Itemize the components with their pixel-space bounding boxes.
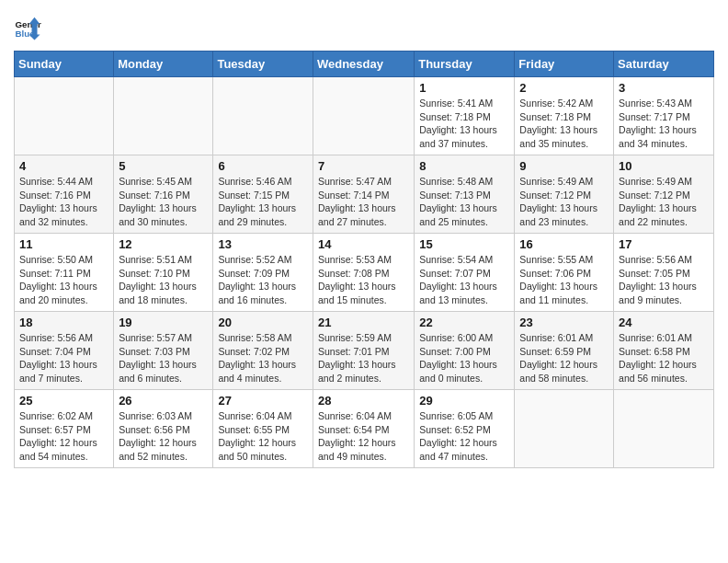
calendar-cell: 5Sunrise: 5:45 AMSunset: 7:16 PMDaylight… xyxy=(114,155,213,234)
day-number: 3 xyxy=(619,81,709,95)
day-number: 2 xyxy=(519,81,609,95)
day-info: Sunrise: 5:46 AMSunset: 7:15 PMDaylight:… xyxy=(218,175,308,229)
day-info: Sunrise: 6:02 AMSunset: 6:57 PMDaylight:… xyxy=(19,409,108,464)
day-info: Sunrise: 5:53 AMSunset: 7:08 PMDaylight:… xyxy=(318,253,409,307)
calendar-cell: 25Sunrise: 6:02 AMSunset: 6:57 PMDayligh… xyxy=(15,390,114,468)
day-number: 19 xyxy=(119,316,208,329)
calendar-cell xyxy=(114,77,213,155)
calendar-cell: 19Sunrise: 5:57 AMSunset: 7:03 PMDayligh… xyxy=(114,312,213,390)
weekday-header-sunday: Sunday xyxy=(15,52,114,77)
calendar-cell: 16Sunrise: 5:55 AMSunset: 7:06 PMDayligh… xyxy=(515,234,614,312)
calendar-cell: 9Sunrise: 5:49 AMSunset: 7:12 PMDaylight… xyxy=(515,155,614,234)
calendar-cell: 21Sunrise: 5:59 AMSunset: 7:01 PMDayligh… xyxy=(313,312,414,390)
day-number: 9 xyxy=(519,159,609,173)
day-info: Sunrise: 5:54 AMSunset: 7:07 PMDaylight:… xyxy=(419,253,509,307)
calendar-cell: 20Sunrise: 5:58 AMSunset: 7:02 PMDayligh… xyxy=(213,312,313,390)
day-number: 16 xyxy=(519,237,609,251)
calendar-cell: 28Sunrise: 6:04 AMSunset: 6:54 PMDayligh… xyxy=(313,390,414,468)
weekday-header-monday: Monday xyxy=(114,52,213,77)
day-number: 28 xyxy=(318,394,409,408)
day-number: 20 xyxy=(218,316,308,329)
calendar-cell: 18Sunrise: 5:56 AMSunset: 7:04 PMDayligh… xyxy=(15,312,114,390)
day-number: 11 xyxy=(19,237,108,251)
calendar-table: SundayMondayTuesdayWednesdayThursdayFrid… xyxy=(14,51,714,468)
day-info: Sunrise: 5:44 AMSunset: 7:16 PMDaylight:… xyxy=(19,175,108,229)
day-info: Sunrise: 5:41 AMSunset: 7:18 PMDaylight:… xyxy=(419,97,509,151)
day-number: 25 xyxy=(19,394,108,408)
day-number: 15 xyxy=(419,237,509,251)
calendar-cell: 8Sunrise: 5:48 AMSunset: 7:13 PMDaylight… xyxy=(415,155,515,234)
calendar-week-row: 25Sunrise: 6:02 AMSunset: 6:57 PMDayligh… xyxy=(15,390,714,468)
calendar-cell xyxy=(614,390,714,468)
day-info: Sunrise: 5:56 AMSunset: 7:05 PMDaylight:… xyxy=(619,253,709,307)
day-number: 1 xyxy=(419,81,509,95)
day-info: Sunrise: 5:49 AMSunset: 7:12 PMDaylight:… xyxy=(619,175,709,229)
calendar-cell: 6Sunrise: 5:46 AMSunset: 7:15 PMDaylight… xyxy=(213,155,313,234)
weekday-header-tuesday: Tuesday xyxy=(213,52,313,77)
calendar-cell: 4Sunrise: 5:44 AMSunset: 7:16 PMDaylight… xyxy=(15,155,114,234)
day-info: Sunrise: 5:57 AMSunset: 7:03 PMDaylight:… xyxy=(119,331,208,385)
calendar-cell xyxy=(313,77,414,155)
day-info: Sunrise: 5:50 AMSunset: 7:11 PMDaylight:… xyxy=(19,253,108,307)
calendar-cell: 11Sunrise: 5:50 AMSunset: 7:11 PMDayligh… xyxy=(15,234,114,312)
calendar-week-row: 1Sunrise: 5:41 AMSunset: 7:18 PMDaylight… xyxy=(15,77,714,155)
calendar-cell xyxy=(515,390,614,468)
calendar-cell: 10Sunrise: 5:49 AMSunset: 7:12 PMDayligh… xyxy=(614,155,714,234)
day-number: 24 xyxy=(619,316,709,329)
day-number: 29 xyxy=(419,394,509,408)
day-number: 17 xyxy=(619,237,709,251)
day-info: Sunrise: 5:56 AMSunset: 7:04 PMDaylight:… xyxy=(19,331,108,385)
logo-icon: General Blue xyxy=(14,14,41,41)
day-info: Sunrise: 6:01 AMSunset: 6:58 PMDaylight:… xyxy=(619,331,709,385)
day-info: Sunrise: 6:04 AMSunset: 6:55 PMDaylight:… xyxy=(218,409,308,464)
day-number: 7 xyxy=(318,159,409,173)
calendar-week-row: 18Sunrise: 5:56 AMSunset: 7:04 PMDayligh… xyxy=(15,312,714,390)
weekday-header-wednesday: Wednesday xyxy=(313,52,414,77)
day-number: 4 xyxy=(19,159,108,173)
day-number: 5 xyxy=(119,159,208,173)
day-info: Sunrise: 5:45 AMSunset: 7:16 PMDaylight:… xyxy=(119,175,208,229)
day-info: Sunrise: 5:42 AMSunset: 7:18 PMDaylight:… xyxy=(519,97,609,151)
day-number: 8 xyxy=(419,159,509,173)
calendar-cell xyxy=(213,77,313,155)
day-number: 26 xyxy=(119,394,208,408)
day-number: 18 xyxy=(19,316,108,329)
day-info: Sunrise: 5:55 AMSunset: 7:06 PMDaylight:… xyxy=(519,253,609,307)
logo: General Blue xyxy=(14,14,41,41)
calendar-cell: 29Sunrise: 6:05 AMSunset: 6:52 PMDayligh… xyxy=(415,390,515,468)
calendar-cell: 13Sunrise: 5:52 AMSunset: 7:09 PMDayligh… xyxy=(213,234,313,312)
day-number: 12 xyxy=(119,237,208,251)
calendar-cell: 3Sunrise: 5:43 AMSunset: 7:17 PMDaylight… xyxy=(614,77,714,155)
day-info: Sunrise: 6:04 AMSunset: 6:54 PMDaylight:… xyxy=(318,409,409,464)
weekday-header-row: SundayMondayTuesdayWednesdayThursdayFrid… xyxy=(15,52,714,77)
day-info: Sunrise: 5:52 AMSunset: 7:09 PMDaylight:… xyxy=(218,253,308,307)
day-info: Sunrise: 5:59 AMSunset: 7:01 PMDaylight:… xyxy=(318,331,409,385)
calendar-cell: 23Sunrise: 6:01 AMSunset: 6:59 PMDayligh… xyxy=(515,312,614,390)
calendar-cell: 12Sunrise: 5:51 AMSunset: 7:10 PMDayligh… xyxy=(114,234,213,312)
calendar-cell: 26Sunrise: 6:03 AMSunset: 6:56 PMDayligh… xyxy=(114,390,213,468)
calendar-cell: 14Sunrise: 5:53 AMSunset: 7:08 PMDayligh… xyxy=(313,234,414,312)
weekday-header-saturday: Saturday xyxy=(614,52,714,77)
day-number: 27 xyxy=(218,394,308,408)
day-info: Sunrise: 6:05 AMSunset: 6:52 PMDaylight:… xyxy=(419,409,509,464)
calendar-cell xyxy=(15,77,114,155)
calendar-cell: 24Sunrise: 6:01 AMSunset: 6:58 PMDayligh… xyxy=(614,312,714,390)
calendar-cell: 1Sunrise: 5:41 AMSunset: 7:18 PMDaylight… xyxy=(415,77,515,155)
day-info: Sunrise: 5:48 AMSunset: 7:13 PMDaylight:… xyxy=(419,175,509,229)
day-info: Sunrise: 5:51 AMSunset: 7:10 PMDaylight:… xyxy=(119,253,208,307)
weekday-header-thursday: Thursday xyxy=(415,52,515,77)
calendar-cell: 22Sunrise: 6:00 AMSunset: 7:00 PMDayligh… xyxy=(415,312,515,390)
calendar-cell: 2Sunrise: 5:42 AMSunset: 7:18 PMDaylight… xyxy=(515,77,614,155)
day-info: Sunrise: 5:47 AMSunset: 7:14 PMDaylight:… xyxy=(318,175,409,229)
day-number: 22 xyxy=(419,316,509,329)
day-number: 21 xyxy=(318,316,409,329)
day-number: 13 xyxy=(218,237,308,251)
day-info: Sunrise: 5:43 AMSunset: 7:17 PMDaylight:… xyxy=(619,97,709,151)
calendar-cell: 27Sunrise: 6:04 AMSunset: 6:55 PMDayligh… xyxy=(213,390,313,468)
day-number: 6 xyxy=(218,159,308,173)
calendar-body: 1Sunrise: 5:41 AMSunset: 7:18 PMDaylight… xyxy=(15,77,714,468)
calendar-cell: 7Sunrise: 5:47 AMSunset: 7:14 PMDaylight… xyxy=(313,155,414,234)
page-header: General Blue xyxy=(14,14,714,41)
calendar-week-row: 11Sunrise: 5:50 AMSunset: 7:11 PMDayligh… xyxy=(15,234,714,312)
calendar-week-row: 4Sunrise: 5:44 AMSunset: 7:16 PMDaylight… xyxy=(15,155,714,234)
